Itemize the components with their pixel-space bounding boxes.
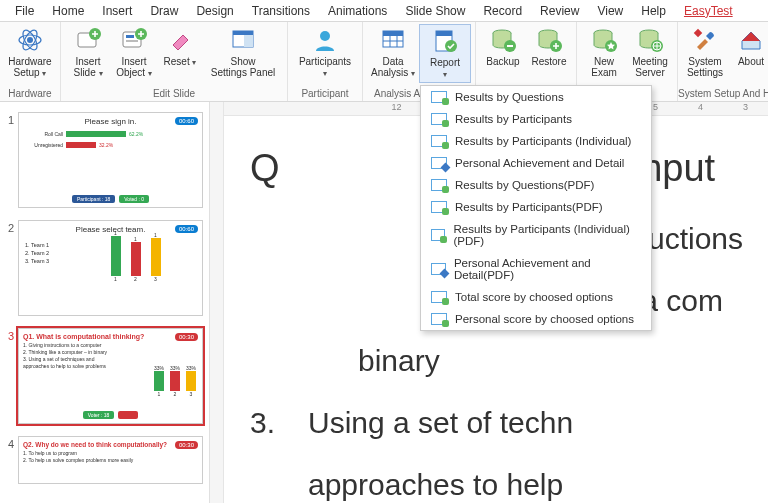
report-personal-achievement[interactable]: Personal Achievement and Detail <box>421 152 651 174</box>
db-plus-icon <box>535 26 563 54</box>
data-analysis-button[interactable]: Data Analysis ▾ <box>367 24 419 81</box>
insert-slide-button[interactable]: Insert Slide ▾ <box>65 24 111 81</box>
dropdown-item-label: Personal Achievement and Detail(PDF) <box>454 257 641 281</box>
report-total-score-by-options[interactable]: Total score by choosed options <box>421 286 651 308</box>
svg-rect-8 <box>126 40 138 42</box>
menu-bar: File Home Insert Draw Design Transitions… <box>0 0 768 22</box>
timer-badge: 00:60 <box>175 117 198 125</box>
ruler-vertical <box>210 102 224 503</box>
reset-button[interactable]: Reset ▾ <box>157 24 203 70</box>
report-results-by-participants-individual-pdf[interactable]: Results by Participants (Individual)(PDF… <box>421 218 651 252</box>
menu-transitions[interactable]: Transitions <box>243 2 319 20</box>
insert-object-button[interactable]: Insert Object ▾ <box>111 24 157 81</box>
menu-design[interactable]: Design <box>187 2 242 20</box>
participants-button[interactable]: Participants▾ <box>292 24 358 81</box>
ribbon-group-system: System Settings About System Setup And H… <box>678 22 768 101</box>
dropdown-item-label: Personal score by choosed options <box>455 313 634 325</box>
insert-object-label: Insert Object ▾ <box>116 56 152 79</box>
thumbnail-3[interactable]: 3 Q1. What is computational thinking? 00… <box>0 324 209 432</box>
report-results-by-participants-individual[interactable]: Results by Participants (Individual) <box>421 130 651 152</box>
report-personal-score-by-options[interactable]: Personal score by choosed options <box>421 308 651 330</box>
svg-point-0 <box>27 37 33 43</box>
about-button[interactable]: About <box>728 24 768 69</box>
meeting-server-label: Meeting Server <box>632 56 668 78</box>
reset-label: Reset ▾ <box>164 56 197 68</box>
menu-review[interactable]: Review <box>531 2 588 20</box>
menu-draw[interactable]: Draw <box>141 2 187 20</box>
show-settings-panel-button[interactable]: Show Settings Panel <box>203 24 283 80</box>
menu-slide-show[interactable]: Slide Show <box>396 2 474 20</box>
menu-help[interactable]: Help <box>632 2 675 20</box>
dropdown-item-label: Results by Questions <box>455 91 564 103</box>
system-settings-label: System Settings <box>687 56 723 78</box>
report-results-by-participants[interactable]: Results by Participants <box>421 108 651 130</box>
about-label: About <box>738 56 764 67</box>
svg-rect-29 <box>694 29 702 37</box>
menu-file[interactable]: File <box>6 2 43 20</box>
timer-badge: 00:60 <box>175 225 198 233</box>
menu-record[interactable]: Record <box>474 2 531 20</box>
thumbnail-title: Please sign in. <box>23 117 198 126</box>
sheet-icon <box>431 291 447 303</box>
db-minus-icon <box>489 26 517 54</box>
svg-rect-21 <box>507 45 513 47</box>
sheet-icon <box>431 313 447 325</box>
ribbon-group-label: Participant <box>288 88 362 101</box>
menu-view[interactable]: View <box>588 2 632 20</box>
dropdown-item-label: Results by Participants (Individual) <box>455 135 631 147</box>
dropdown-item-label: Results by Questions(PDF) <box>455 179 594 191</box>
thumbnail-1[interactable]: 1 Please sign in. 00:60 Roll Call62.2% U… <box>0 108 209 216</box>
new-exam-button[interactable]: New Exam <box>581 24 627 80</box>
svg-rect-7 <box>126 35 134 38</box>
backup-button[interactable]: Backup <box>480 24 526 69</box>
thumbnail-slide: Please select team. 00:60 1. Team 12. Te… <box>18 220 203 316</box>
dropdown-item-label: Personal Achievement and Detail <box>455 157 624 169</box>
meeting-server-button[interactable]: Meeting Server <box>627 24 673 80</box>
thumbnail-number: 3 <box>2 328 14 342</box>
person-icon <box>311 26 339 54</box>
report-dropdown: Results by Questions Results by Particip… <box>420 85 652 331</box>
thumbnail-number: 2 <box>2 220 14 234</box>
report-personal-achievement-pdf[interactable]: Personal Achievement and Detail(PDF) <box>421 252 651 286</box>
menu-animations[interactable]: Animations <box>319 2 396 20</box>
sheet-icon <box>431 229 445 241</box>
sheet-icon <box>431 91 447 103</box>
report-results-by-questions-pdf[interactable]: Results by Questions(PDF) <box>421 174 651 196</box>
db-star-icon <box>590 26 618 54</box>
system-settings-button[interactable]: System Settings <box>682 24 728 80</box>
report-results-by-questions[interactable]: Results by Questions <box>421 86 651 108</box>
dropdown-item-label: Results by Participants(PDF) <box>455 201 603 213</box>
menu-home[interactable]: Home <box>43 2 93 20</box>
report-button[interactable]: Report▾ <box>419 24 471 83</box>
svg-rect-15 <box>383 31 403 36</box>
svg-point-13 <box>320 31 330 41</box>
restore-label: Restore <box>531 56 566 67</box>
thumbnail-slide: Please sign in. 00:60 Roll Call62.2% Unr… <box>18 112 203 208</box>
ribbon-group-label: Edit Slide <box>61 88 287 101</box>
report-icon <box>431 27 459 55</box>
report-results-by-participants-pdf[interactable]: Results by Participants(PDF) <box>421 196 651 218</box>
thumbnail-2[interactable]: 2 Please select team. 00:60 1. Team 12. … <box>0 216 209 324</box>
report-label: Report▾ <box>430 57 460 80</box>
menu-easytest[interactable]: EasyTest <box>675 2 742 20</box>
svg-rect-17 <box>436 31 452 36</box>
restore-button[interactable]: Restore <box>526 24 572 69</box>
backup-label: Backup <box>486 56 519 67</box>
thumbnail-4[interactable]: 4 Q2. Why do we need to think computatio… <box>0 432 209 492</box>
dropdown-item-label: Results by Participants (Individual)(PDF… <box>453 223 641 247</box>
data-analysis-label: Data Analysis ▾ <box>371 56 415 79</box>
thumbnail-panel: 1 Please sign in. 00:60 Roll Call62.2% U… <box>0 102 210 503</box>
hardware-setup-button[interactable]: Hardware Setup ▾ <box>4 24 56 81</box>
sheet-icon <box>431 113 447 125</box>
panel-icon <box>229 26 257 54</box>
main: 1 Please sign in. 00:60 Roll Call62.2% U… <box>0 102 768 503</box>
thumbnail-title: Q2. Why do we need to think computationa… <box>23 441 198 448</box>
object-plus-icon <box>120 26 148 54</box>
svg-rect-11 <box>233 31 253 35</box>
new-exam-label: New Exam <box>591 56 617 78</box>
menu-insert[interactable]: Insert <box>93 2 141 20</box>
insert-slide-label: Insert Slide ▾ <box>73 56 102 79</box>
dropdown-item-label: Results by Participants <box>455 113 572 125</box>
ribbon: Hardware Setup ▾ Hardware Insert Slide ▾… <box>0 22 768 102</box>
slide-plus-icon <box>74 26 102 54</box>
